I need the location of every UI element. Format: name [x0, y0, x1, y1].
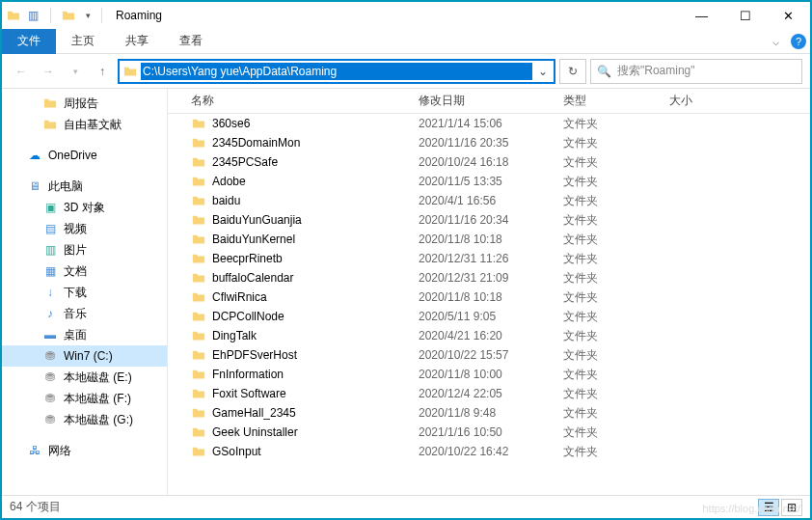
- tree-pc-item[interactable]: ⛃Win7 (C:): [2, 345, 167, 367]
- file-row[interactable]: BeecprRinetb2020/12/31 11:26文件夹: [168, 249, 810, 268]
- view-details-button[interactable]: ☰: [758, 499, 779, 516]
- quick-access-toolbar: ▥ ▾: [6, 8, 95, 23]
- music-icon: ♪: [42, 306, 58, 321]
- file-row[interactable]: Adobe2020/11/5 13:35文件夹: [168, 172, 810, 191]
- folder-icon: [42, 117, 58, 132]
- close-button[interactable]: ✕: [767, 2, 810, 29]
- col-name[interactable]: 名称: [168, 93, 419, 109]
- folder-icon: [191, 232, 206, 247]
- minimize-button[interactable]: —: [680, 2, 723, 29]
- file-row[interactable]: 2345PCSafe2020/10/24 16:18文件夹: [168, 152, 810, 172]
- drive-icon: ⛃: [42, 348, 58, 364]
- file-type: 文件夹: [563, 444, 669, 460]
- file-type: 文件夹: [563, 251, 669, 267]
- tab-view[interactable]: 查看: [164, 29, 218, 54]
- folder-icon: [191, 367, 206, 382]
- tree-label: 桌面: [64, 327, 87, 343]
- view-icons-button[interactable]: ⊞: [781, 499, 802, 516]
- tree-label: 视频: [64, 221, 87, 237]
- folder-icon: [191, 328, 206, 343]
- tree-label: 下载: [64, 285, 87, 301]
- tree-network[interactable]: 🖧网络: [2, 440, 167, 461]
- file-type: 文件夹: [563, 193, 669, 209]
- file-row[interactable]: DCPCollNode2020/5/11 9:05文件夹: [168, 307, 810, 326]
- tree-label: 本地磁盘 (G:): [64, 412, 133, 428]
- folder-icon: [191, 193, 206, 208]
- file-name: BaiduYunKernel: [212, 233, 295, 246]
- file-row[interactable]: 2345DomainMon2020/11/16 20:35文件夹: [168, 133, 810, 152]
- tree-pc-item[interactable]: ▥图片: [2, 239, 167, 260]
- col-date[interactable]: 修改日期: [419, 93, 563, 109]
- file-row[interactable]: BaiduYunKernel2020/11/8 10:18文件夹: [168, 230, 810, 249]
- tree-label: 3D 对象: [64, 200, 105, 216]
- file-row[interactable]: buffaloCalendar2020/12/31 21:09文件夹: [168, 268, 810, 287]
- file-name: GameHall_2345: [212, 406, 296, 420]
- refresh-button[interactable]: ↻: [559, 59, 586, 84]
- address-path[interactable]: C:\Users\Yang yue\AppData\Roaming: [141, 63, 532, 80]
- tree-thispc[interactable]: 🖥此电脑: [2, 176, 167, 197]
- address-bar[interactable]: C:\Users\Yang yue\AppData\Roaming ⌄: [118, 59, 555, 84]
- file-row[interactable]: baidu2020/4/1 16:56文件夹: [168, 191, 810, 210]
- file-type: 文件夹: [563, 386, 669, 402]
- file-row[interactable]: Geek Uninstaller2021/1/16 10:50文件夹: [168, 423, 810, 442]
- tree-onedrive[interactable]: ☁OneDrive: [2, 145, 167, 166]
- file-row[interactable]: 360se62021/1/14 15:06文件夹: [168, 114, 810, 133]
- file-type: 文件夹: [563, 309, 669, 325]
- tree-quick-item[interactable]: 自由基文献: [2, 114, 167, 135]
- file-row[interactable]: GSoInput2020/10/22 16:42文件夹: [168, 442, 810, 461]
- maximize-button[interactable]: ☐: [723, 2, 767, 29]
- search-box[interactable]: 🔍 搜索"Roaming": [590, 59, 802, 84]
- drive-icon: ⛃: [42, 369, 58, 385]
- tree-pc-item[interactable]: ▦文档: [2, 260, 167, 282]
- back-button[interactable]: ←: [10, 60, 33, 83]
- tree-pc-item[interactable]: ⛃本地磁盘 (G:): [2, 409, 167, 430]
- address-dropdown-icon[interactable]: ⌄: [532, 65, 554, 78]
- file-row[interactable]: FnInformation2020/11/8 10:00文件夹: [168, 365, 810, 384]
- file-row[interactable]: DingTalk2020/4/21 16:20文件夹: [168, 326, 810, 345]
- tree-pc-item[interactable]: ⛃本地磁盘 (F:): [2, 388, 167, 409]
- file-row[interactable]: BaiduYunGuanjia2020/11/16 20:34文件夹: [168, 210, 810, 230]
- titlebar: ▥ ▾ Roaming — ☐ ✕: [2, 2, 810, 29]
- file-date: 2020/12/31 21:09: [419, 271, 563, 285]
- tree-pc-item[interactable]: ▣3D 对象: [2, 197, 167, 218]
- file-name: DingTalk: [212, 329, 257, 342]
- tree-pc-item[interactable]: ↓下载: [2, 282, 167, 303]
- network-icon: 🖧: [27, 443, 42, 458]
- tree-quick-item[interactable]: 周报告: [2, 93, 167, 114]
- file-name: GSoInput: [212, 445, 261, 458]
- tree-label: 周报告: [64, 96, 98, 112]
- qat-dropdown-icon[interactable]: ▾: [80, 8, 95, 23]
- folder-icon: [191, 309, 206, 324]
- drive-icon: ⛃: [42, 391, 58, 406]
- up-button[interactable]: ↑: [91, 60, 114, 83]
- tree-pc-item[interactable]: ♪音乐: [2, 303, 167, 324]
- nav-tree[interactable]: 周报告自由基文献☁OneDrive🖥此电脑▣3D 对象▤视频▥图片▦文档↓下载♪…: [2, 89, 168, 495]
- file-list: 名称 修改日期 类型 大小 360se62021/1/14 15:06文件夹23…: [168, 89, 810, 495]
- file-row[interactable]: GameHall_23452020/11/8 9:48文件夹: [168, 403, 810, 423]
- col-type[interactable]: 类型: [563, 93, 669, 109]
- history-dropdown[interactable]: ▾: [64, 60, 87, 83]
- folder-icon: [191, 386, 206, 401]
- folder-icon: [191, 289, 206, 305]
- ribbon-chevron-icon[interactable]: ⌵: [764, 35, 787, 48]
- tree-pc-item[interactable]: ⛃本地磁盘 (E:): [2, 367, 167, 388]
- file-type: 文件夹: [563, 154, 669, 171]
- tab-share[interactable]: 共享: [110, 29, 164, 54]
- tab-file[interactable]: 文件: [2, 29, 56, 54]
- tree-pc-item[interactable]: ▬桌面: [2, 324, 167, 345]
- tree-pc-item[interactable]: ▤视频: [2, 218, 167, 239]
- file-type: 文件夹: [563, 212, 669, 229]
- help-icon: ?: [791, 34, 806, 49]
- file-row[interactable]: Foxit Software2020/12/4 22:05文件夹: [168, 384, 810, 403]
- col-size[interactable]: 大小: [669, 93, 810, 109]
- help-button[interactable]: ?: [787, 30, 810, 53]
- file-date: 2020/11/8 10:18: [419, 233, 563, 246]
- folder-icon: [120, 65, 141, 78]
- forward-button[interactable]: →: [37, 60, 60, 83]
- properties-icon[interactable]: ▥: [25, 8, 41, 23]
- file-date: 2020/10/24 16:18: [419, 155, 563, 169]
- tab-home[interactable]: 主页: [56, 29, 110, 54]
- file-row[interactable]: CflwiRnica2020/11/8 10:18文件夹: [168, 287, 810, 307]
- file-row[interactable]: EhPDFSverHost2020/10/22 15:57文件夹: [168, 345, 810, 365]
- onedrive-icon: ☁: [27, 148, 42, 163]
